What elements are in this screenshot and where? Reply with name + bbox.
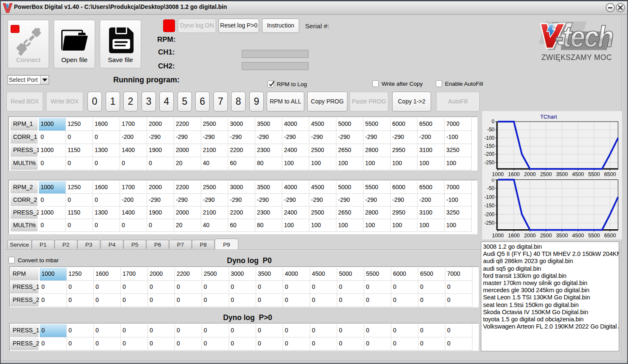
svg-text:4500: 4500	[572, 171, 584, 177]
svg-text:4500: 4500	[572, 233, 584, 239]
svg-text:2000: 2000	[524, 171, 536, 177]
svg-text:2500: 2500	[540, 233, 552, 239]
svg-text:6500: 6500	[604, 171, 616, 177]
svg-text:5500: 5500	[588, 233, 600, 239]
svg-text:1000: 1000	[492, 171, 504, 177]
svg-text:-200: -200	[484, 151, 494, 157]
svg-text:-100: -100	[484, 135, 494, 141]
svg-text:1600: 1600	[508, 171, 520, 177]
svg-text:-150: -150	[484, 143, 494, 149]
svg-text:-200: -200	[484, 212, 494, 217]
svg-text:-150: -150	[484, 203, 494, 209]
svg-text:5500: 5500	[588, 171, 600, 177]
svg-text:3500: 3500	[556, 171, 568, 177]
svg-text:-250: -250	[484, 160, 494, 166]
svg-text:-250: -250	[484, 220, 494, 226]
svg-text:6500: 6500	[604, 233, 616, 239]
svg-text:1600: 1600	[508, 233, 520, 239]
svg-text:-50: -50	[487, 127, 495, 133]
svg-text:0: 0	[491, 179, 494, 183]
svg-text:1000: 1000	[492, 233, 504, 239]
svg-text:2000: 2000	[524, 233, 536, 239]
svg-text:-50: -50	[487, 185, 495, 191]
svg-text:-100: -100	[484, 194, 494, 200]
svg-text:3500: 3500	[556, 233, 568, 239]
svg-text:2500: 2500	[540, 171, 552, 177]
svg-text:TChart: TChart	[540, 114, 557, 120]
svg-text:0: 0	[491, 119, 494, 125]
